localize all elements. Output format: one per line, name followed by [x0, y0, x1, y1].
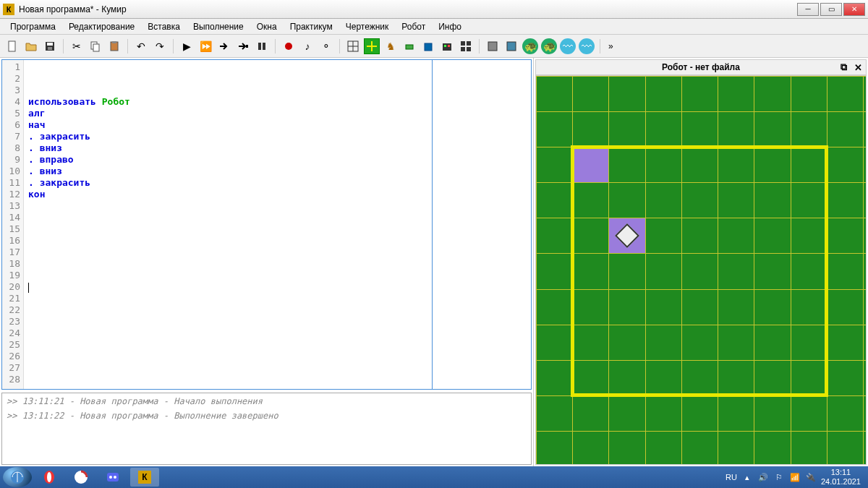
menu-item-6[interactable]: Чертежник [340, 20, 395, 33]
left-pane: 1234567891011121314151617181920212223242… [0, 58, 534, 466]
svg-rect-7 [112, 41, 116, 43]
cut-button[interactable]: ✂ [69, 38, 85, 54]
actor-weigher-button[interactable] [458, 38, 474, 54]
taskbar-discord[interactable] [98, 468, 127, 487]
system-tray: RU ▴ 🔊 ⚐ 📶 🔌 13:11 24.01.2021 [726, 468, 865, 487]
actor-drawer-button[interactable] [345, 38, 361, 54]
wall [825, 145, 828, 398]
svg-rect-25 [467, 47, 471, 51]
svg-rect-0 [9, 41, 15, 51]
menu-item-4[interactable]: Окна [251, 20, 283, 33]
redo-button[interactable]: ↷ [152, 38, 168, 54]
window-controls: ─ ▭ ✕ [797, 3, 865, 16]
taskbar-kumir[interactable]: К [130, 468, 159, 487]
wall [571, 145, 829, 149]
menu-item-3[interactable]: Выполнение [187, 20, 250, 33]
svg-point-34 [114, 476, 116, 479]
robot-field[interactable] [535, 75, 867, 465]
toolbar-separator [339, 39, 340, 53]
robot-panel: Робот - нет файла ⧉ ✕ [535, 59, 867, 465]
line-number-gutter: 1234567891011121314151617181920212223242… [2, 60, 24, 389]
start-button[interactable] [3, 467, 32, 487]
svg-rect-18 [425, 43, 432, 51]
svg-rect-24 [461, 47, 465, 51]
svg-rect-23 [467, 41, 471, 46]
robot-undock-button[interactable]: ⧉ [838, 62, 848, 72]
tray-show-hidden-icon[interactable]: ▴ [741, 471, 753, 483]
svg-rect-21 [448, 45, 450, 47]
open-file-button[interactable] [23, 38, 39, 54]
tray-volume-icon[interactable]: 🔊 [757, 471, 769, 483]
actor-wave1-button[interactable]: 〰 [560, 38, 576, 54]
tray-clock[interactable]: 13:11 24.01.2021 [821, 468, 861, 487]
window-title: Новая программа* - Кумир [19, 4, 797, 14]
music-button[interactable]: ♪ [299, 38, 315, 54]
run-fast-button[interactable]: ⏩ [197, 38, 213, 54]
actor-lamp-button[interactable] [439, 38, 455, 54]
menu-item-0[interactable]: Программа [4, 20, 61, 33]
actor-painter-button[interactable] [503, 38, 519, 54]
painted-cell [573, 147, 608, 182]
tray-action-center-icon[interactable]: ⚐ [773, 471, 785, 483]
windows-taskbar: К RU ▴ 🔊 ⚐ 📶 🔌 13:11 24.01.2021 [0, 466, 868, 488]
minimize-button[interactable]: ─ [797, 3, 819, 16]
close-button[interactable]: ✕ [843, 3, 865, 16]
actor-robot-button[interactable] [364, 38, 380, 54]
svg-rect-8 [246, 45, 248, 48]
actor-horse-button[interactable]: ♞ [383, 38, 399, 54]
tray-date: 24.01.2021 [821, 477, 861, 487]
wall [571, 393, 829, 397]
menu-item-1[interactable]: Редактирование [63, 20, 140, 33]
actor-grasshopper-button[interactable] [401, 38, 417, 54]
copy-button[interactable] [88, 38, 103, 54]
svg-rect-32 [107, 473, 119, 481]
settings-button[interactable]: ⚬ [318, 38, 334, 54]
code-area[interactable]: использовать Роботалгнач. закрасить. вни… [24, 60, 531, 389]
tray-network-icon[interactable]: 📶 [789, 471, 801, 483]
maximize-button[interactable]: ▭ [820, 3, 842, 16]
save-button[interactable] [42, 38, 58, 54]
robot-panel-header: Робот - нет файла ⧉ ✕ [535, 59, 867, 75]
wall [571, 145, 574, 398]
taskbar-app2[interactable] [67, 468, 95, 487]
taskbar-opera[interactable] [35, 468, 64, 487]
actor-turtle2-button[interactable]: 🐢 [541, 38, 557, 54]
toolbar-separator [600, 39, 600, 53]
menu-item-2[interactable]: Вставка [142, 20, 186, 33]
menu-item-8[interactable]: Инфо [433, 20, 467, 33]
undo-button[interactable]: ↶ [133, 38, 149, 54]
step-button[interactable] [216, 38, 232, 54]
stop-button[interactable] [254, 38, 270, 54]
output-console[interactable]: >> 13:11:21 - Новая программа - Начало в… [1, 393, 532, 465]
svg-rect-27 [507, 42, 516, 51]
toolbar: ✂ ↶ ↷ ▶ ⏩ ♪ ⚬ ♞ 🐢 🐢 〰 〰 » [0, 35, 868, 58]
robot-panel-title: Робот - нет файла [662, 62, 740, 72]
step-into-button[interactable] [235, 38, 251, 54]
paste-button[interactable] [106, 38, 122, 54]
menu-item-5[interactable]: Практикум [284, 20, 339, 33]
svg-rect-9 [258, 43, 261, 50]
console-line: >> 13:11:21 - Новая программа - Начало в… [7, 396, 527, 406]
actor-aquarius-button[interactable] [420, 38, 436, 54]
robot-close-button[interactable]: ✕ [853, 62, 863, 72]
code-editor[interactable]: 1234567891011121314151617181920212223242… [1, 59, 532, 390]
toolbar-separator [173, 39, 174, 53]
svg-rect-17 [406, 45, 413, 49]
tray-language-indicator[interactable]: RU [726, 473, 737, 481]
actor-turtle1-button[interactable]: 🐢 [522, 38, 538, 54]
menu-item-7[interactable]: Робот [396, 20, 431, 33]
tray-time: 13:11 [821, 468, 861, 477]
breakpoint-button[interactable] [281, 38, 297, 54]
new-file-button[interactable] [4, 38, 20, 54]
app-icon: К [3, 4, 14, 15]
console-line: >> 13:11:22 - Новая программа - Выполнен… [7, 411, 527, 421]
tray-power-icon[interactable]: 🔌 [805, 471, 817, 483]
actor-files-button[interactable] [485, 38, 501, 54]
toolbar-more-indicator[interactable]: » [605, 41, 616, 51]
svg-rect-2 [47, 43, 53, 46]
toolbar-separator [275, 39, 276, 53]
main-area: 1234567891011121314151617181920212223242… [0, 58, 868, 466]
svg-rect-26 [488, 42, 497, 51]
actor-wave2-button[interactable]: 〰 [579, 38, 595, 54]
run-button[interactable]: ▶ [179, 38, 195, 54]
